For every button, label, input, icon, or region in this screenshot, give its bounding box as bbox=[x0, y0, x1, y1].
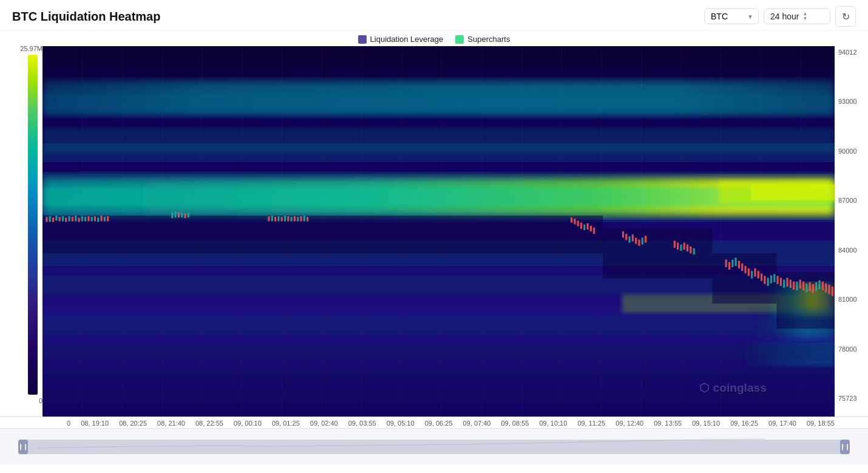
svg-rect-107 bbox=[677, 243, 679, 250]
svg-rect-143 bbox=[822, 282, 824, 290]
x-label-15: 09, 12:40 bbox=[615, 420, 643, 427]
svg-rect-96 bbox=[590, 226, 592, 231]
chevron-down-icon: ▼ bbox=[802, 16, 807, 21]
svg-rect-136 bbox=[799, 280, 801, 288]
svg-rect-106 bbox=[674, 241, 676, 248]
heatmap-canvas[interactable]: ⬡ coinglass bbox=[42, 46, 835, 417]
x-axis: 0 08, 19:10 08, 20:25 08, 21:40 08, 22:5… bbox=[0, 417, 868, 428]
svg-rect-133 bbox=[790, 280, 792, 288]
svg-rect-72 bbox=[175, 211, 177, 217]
svg-rect-119 bbox=[744, 266, 746, 273]
svg-rect-78 bbox=[271, 216, 273, 221]
svg-rect-112 bbox=[693, 248, 695, 254]
liquidation-legend-dot bbox=[358, 35, 367, 44]
svg-rect-55 bbox=[59, 217, 61, 221]
svg-rect-105 bbox=[645, 236, 646, 242]
chart-area: 25.97M 0 bbox=[0, 46, 868, 417]
svg-rect-82 bbox=[284, 216, 286, 221]
asset-selector[interactable]: BTC ETH SOL BNB ▼ bbox=[704, 9, 759, 24]
mini-chart bbox=[36, 430, 783, 454]
svg-rect-32 bbox=[42, 172, 835, 222]
svg-rect-137 bbox=[802, 282, 804, 290]
svg-rect-110 bbox=[687, 245, 688, 251]
supercharts-legend-label: Supercharts bbox=[467, 35, 510, 44]
svg-rect-77 bbox=[268, 216, 270, 221]
svg-rect-79 bbox=[274, 217, 276, 221]
scrollbar-track[interactable]: ❙❙ ❙❙ bbox=[18, 440, 850, 454]
svg-rect-58 bbox=[68, 216, 70, 221]
svg-rect-141 bbox=[815, 282, 817, 291]
svg-rect-134 bbox=[793, 282, 795, 290]
scroll-handle-left-icon: ❙❙ bbox=[18, 443, 28, 450]
svg-rect-76 bbox=[188, 213, 189, 217]
svg-rect-140 bbox=[812, 284, 814, 293]
svg-rect-109 bbox=[683, 243, 685, 250]
svg-rect-57 bbox=[65, 217, 67, 222]
price-label-81000: 81000 bbox=[838, 296, 868, 303]
chart-legend: Liquidation Leverage Supercharts bbox=[0, 31, 868, 46]
svg-rect-94 bbox=[583, 225, 585, 230]
chevron-down-icon: ▼ bbox=[747, 13, 753, 20]
svg-rect-70 bbox=[107, 216, 109, 221]
controls-bar: BTC ETH SOL BNB ▼ 24 hour ▲ ▼ ↻ bbox=[704, 6, 856, 27]
svg-rect-65 bbox=[91, 217, 93, 221]
x-label-4: 08, 22:55 bbox=[195, 420, 223, 427]
price-label-84000: 84000 bbox=[838, 247, 868, 254]
timeframe-selector[interactable]: 24 hour ▲ ▼ bbox=[764, 9, 830, 24]
price-label-78000: 78000 bbox=[838, 345, 868, 353]
svg-rect-91 bbox=[574, 219, 575, 224]
svg-rect-116 bbox=[735, 257, 737, 265]
scrollbar-handle-left[interactable]: ❙❙ bbox=[18, 440, 28, 454]
legend-item-supercharts: Supercharts bbox=[455, 35, 510, 44]
svg-rect-126 bbox=[767, 278, 769, 286]
svg-rect-63 bbox=[84, 217, 86, 221]
x-label-1: 08, 19:10 bbox=[81, 420, 109, 427]
refresh-button[interactable]: ↻ bbox=[835, 6, 856, 27]
svg-rect-121 bbox=[751, 271, 753, 278]
x-label-11: 09, 07:40 bbox=[463, 420, 491, 427]
svg-rect-128 bbox=[773, 274, 775, 282]
asset-select[interactable]: BTC ETH SOL BNB bbox=[711, 12, 738, 21]
svg-rect-113 bbox=[725, 260, 727, 267]
x-label-3: 08, 21:40 bbox=[157, 420, 185, 427]
x-label-20: 09, 18:55 bbox=[807, 420, 835, 427]
svg-rect-84 bbox=[290, 217, 292, 221]
x-label-12: 09, 08:55 bbox=[501, 420, 529, 427]
svg-rect-92 bbox=[577, 220, 579, 226]
svg-text:⬡ coinglass: ⬡ coinglass bbox=[699, 381, 767, 394]
svg-rect-34 bbox=[42, 143, 835, 162]
timeframe-stepper[interactable]: ▲ ▼ bbox=[802, 12, 807, 21]
svg-rect-85 bbox=[294, 216, 296, 221]
svg-rect-118 bbox=[741, 264, 743, 271]
svg-rect-98 bbox=[622, 231, 624, 237]
x-label-19: 09, 17:40 bbox=[768, 420, 796, 427]
svg-rect-100 bbox=[628, 236, 630, 242]
price-label-75723: 75723 bbox=[838, 395, 868, 402]
svg-rect-53 bbox=[52, 217, 54, 222]
scroll-handle-right-icon: ❙❙ bbox=[840, 443, 850, 450]
svg-rect-87 bbox=[300, 216, 302, 221]
svg-rect-95 bbox=[587, 223, 589, 230]
svg-rect-125 bbox=[764, 276, 765, 284]
price-label-87000: 87000 bbox=[838, 197, 868, 204]
svg-rect-86 bbox=[297, 217, 299, 221]
svg-rect-59 bbox=[72, 217, 73, 221]
page-title: BTC Liquidation Heatmap bbox=[12, 10, 160, 24]
svg-rect-135 bbox=[796, 282, 798, 290]
svg-rect-51 bbox=[46, 217, 47, 222]
scrollbar-handle-right[interactable]: ❙❙ bbox=[840, 440, 850, 454]
x-label-17: 09, 15:10 bbox=[692, 420, 720, 427]
svg-rect-139 bbox=[809, 282, 811, 291]
svg-rect-131 bbox=[783, 280, 785, 288]
svg-rect-114 bbox=[728, 262, 730, 270]
svg-rect-103 bbox=[638, 239, 640, 245]
svg-rect-101 bbox=[632, 234, 634, 241]
svg-rect-61 bbox=[78, 217, 80, 222]
svg-rect-64 bbox=[87, 216, 89, 221]
liquidation-legend-label: Liquidation Leverage bbox=[370, 35, 444, 44]
x-label-7: 09, 02:40 bbox=[310, 420, 338, 427]
svg-rect-50 bbox=[777, 272, 835, 328]
svg-rect-120 bbox=[748, 268, 750, 276]
svg-rect-129 bbox=[777, 276, 779, 284]
svg-rect-145 bbox=[828, 285, 830, 294]
